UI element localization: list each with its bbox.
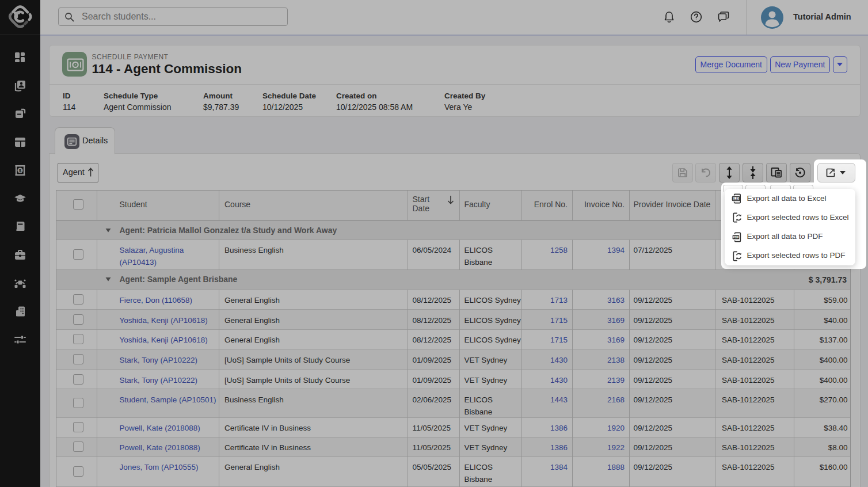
svg-text:XLSX: XLSX: [732, 197, 740, 200]
svg-text:PDF: PDF: [733, 235, 738, 238]
